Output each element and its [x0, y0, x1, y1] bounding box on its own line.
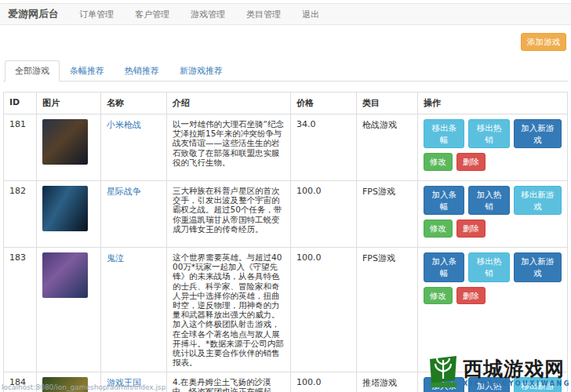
- game-intro: 以一对雄伟的大理石坐骑“纪念艾泽拉斯15年来的冲突纷争与战友情谊——这些活生生的…: [167, 114, 291, 181]
- column-header-id: ID: [4, 93, 37, 114]
- column-header-name: 名称: [101, 93, 167, 114]
- toolbar: 添加游戏: [0, 25, 571, 56]
- game-price: 100.0: [291, 181, 357, 248]
- column-header-price: 价格: [291, 93, 357, 114]
- delete-button[interactable]: 删除: [456, 153, 486, 171]
- tab-hot-recommend[interactable]: 热销推荐: [115, 60, 169, 82]
- game-category: FPS游戏: [357, 181, 418, 248]
- nav-item-orders[interactable]: 订单管理: [79, 9, 114, 20]
- banner-action-button[interactable]: 加入条幅: [424, 252, 464, 281]
- top-navbar: 爱游网后台 订单管理 客户管理 游戏管理 类目管理 退出: [0, 3, 571, 25]
- column-header-image: 图片: [37, 93, 101, 114]
- nav-item-categories[interactable]: 类目管理: [246, 9, 281, 20]
- banner-action-button[interactable]: 移出条幅: [424, 119, 464, 148]
- game-id: 183: [4, 248, 37, 372]
- edit-button[interactable]: 修改: [424, 287, 453, 305]
- game-category: FPS游戏: [357, 248, 418, 372]
- table-row: 182 星际战争 三大种族在科普卢星区的首次交手，引发出波及整个宇宙的霸权之战。…: [4, 181, 568, 248]
- table-header-row: ID 图片 名称 介绍 价格 类目 操作: [4, 93, 568, 114]
- game-name-link[interactable]: 星际战争: [107, 187, 141, 197]
- new-game-action-button[interactable]: 加入新游戏: [514, 252, 562, 281]
- table-row: 183 鬼泣 这个世界需要英雄。与超过4000万*玩家一起加入《守望先锋》的未来…: [4, 248, 568, 372]
- game-id: 181: [4, 114, 37, 181]
- game-intro: 4.在奥丹姆尘土飞扬的沙漠中，怪盗军团也许正在崛起，但是希望将伴随着探险者协会而…: [167, 372, 291, 392]
- add-game-button[interactable]: 添加游戏: [521, 33, 566, 51]
- new-game-action-button[interactable]: 加入新游戏: [514, 119, 562, 148]
- hot-action-button[interactable]: 加入热销: [468, 186, 509, 215]
- banner-action-button[interactable]: 加入条幅: [424, 186, 464, 215]
- game-price: 100.0: [291, 248, 357, 372]
- game-filter-tabs: 全部游戏 条幅推荐 热销推荐 新游戏推荐: [3, 60, 568, 82]
- tab-all-games[interactable]: 全部游戏: [5, 60, 60, 82]
- status-bar-url: localhost:8080/ion_gameshop/admin/index.…: [2, 383, 165, 391]
- game-intro: 这个世界需要英雄。与超过4000万*玩家一起加入《守望先锋》的未来战场，从各具特…: [167, 248, 291, 372]
- column-header-category: 类目: [357, 93, 418, 114]
- hot-action-button[interactable]: 移出热销: [468, 119, 509, 148]
- tab-new-game-recommend[interactable]: 新游戏推荐: [169, 60, 233, 82]
- game-name-link[interactable]: 小米枪战: [107, 120, 141, 130]
- nav-item-customers[interactable]: 客户管理: [135, 9, 169, 20]
- game-category: 枪战游戏: [357, 114, 418, 181]
- game-thumbnail: [42, 252, 88, 298]
- games-table-container: ID 图片 名称 介绍 价格 类目 操作 181 小米枪战 以一对雄伟的大理石坐…: [3, 92, 568, 392]
- game-name-link[interactable]: 鬼泣: [107, 253, 124, 263]
- game-price: 34.0: [291, 114, 357, 181]
- games-table: ID 图片 名称 介绍 价格 类目 操作 181 小米枪战 以一对雄伟的大理石坐…: [3, 92, 568, 392]
- watermark-logo-icon: [427, 355, 459, 390]
- new-game-action-button[interactable]: 移出新游戏: [514, 186, 562, 215]
- watermark-subtitle: XICHENGYOUXIWANG: [463, 380, 571, 387]
- table-row: 181 小米枪战 以一对雄伟的大理石坐骑“纪念艾泽拉斯15年来的冲突纷争与战友情…: [4, 114, 568, 181]
- edit-button[interactable]: 修改: [424, 153, 453, 171]
- hot-action-button[interactable]: 移出热销: [468, 252, 509, 281]
- watermark-title: 西城游戏网: [463, 359, 571, 379]
- nav-item-logout[interactable]: 退出: [302, 9, 319, 20]
- game-id: 182: [4, 181, 37, 248]
- delete-button[interactable]: 删除: [456, 287, 486, 305]
- game-thumbnail: [42, 186, 88, 231]
- edit-button[interactable]: 修改: [424, 220, 453, 238]
- game-category: 推塔游戏: [357, 372, 418, 392]
- nav-item-games[interactable]: 游戏管理: [191, 9, 225, 20]
- game-thumbnail: [42, 119, 88, 165]
- game-intro: 三大种族在科普卢星区的首次交手，引发出波及整个宇宙的霸权之战。超过50个任务，带…: [167, 181, 291, 248]
- delete-button[interactable]: 删除: [456, 220, 486, 238]
- game-price: 100.0: [291, 372, 357, 392]
- column-header-intro: 介绍: [167, 93, 291, 114]
- watermark: 西城游戏网 XICHENGYOUXIWANG: [427, 355, 571, 390]
- column-header-actions: 操作: [418, 93, 568, 114]
- tab-banner-recommend[interactable]: 条幅推荐: [60, 60, 115, 82]
- brand-title[interactable]: 爱游网后台: [8, 7, 59, 21]
